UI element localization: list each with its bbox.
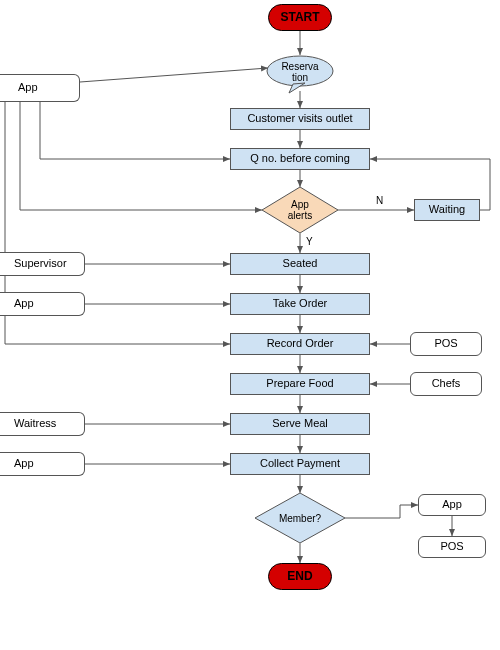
actor-supervisor-label: Supervisor — [14, 257, 67, 270]
actor-app-2: App — [0, 292, 85, 316]
collect-node: Collect Payment — [230, 453, 370, 475]
seated-label: Seated — [283, 257, 318, 270]
actor-waitress: Waitress — [0, 412, 85, 436]
takeorder-node: Take Order — [230, 293, 370, 315]
actor-app-4: App — [418, 494, 486, 516]
recordorder-node: Record Order — [230, 333, 370, 355]
waiting-label: Waiting — [429, 203, 465, 216]
collect-label: Collect Payment — [260, 457, 340, 470]
actor-pos-label: POS — [434, 337, 457, 350]
servemeal-label: Serve Meal — [272, 417, 328, 430]
recordorder-label: Record Order — [267, 337, 334, 350]
start-node: START — [268, 4, 332, 31]
alerts-decision: App alerts — [262, 187, 338, 233]
reservation-label: Reserva tion — [281, 61, 318, 83]
visits-label: Customer visits outlet — [247, 112, 352, 125]
preparefood-label: Prepare Food — [266, 377, 333, 390]
svg-line-13 — [80, 68, 268, 82]
actor-supervisor: Supervisor — [0, 252, 85, 276]
qno-node: Q no. before coming — [230, 148, 370, 170]
actor-app-3-label: App — [14, 457, 34, 470]
servemeal-node: Serve Meal — [230, 413, 370, 435]
actor-app-1-label: App — [18, 81, 38, 94]
seated-node: Seated — [230, 253, 370, 275]
edge-label-yes: Y — [306, 236, 313, 247]
actor-pos-2-label: POS — [440, 540, 463, 553]
preparefood-node: Prepare Food — [230, 373, 370, 395]
actor-waitress-label: Waitress — [14, 417, 56, 430]
actor-chefs-label: Chefs — [432, 377, 461, 390]
qno-label: Q no. before coming — [250, 152, 350, 165]
edge-label-no: N — [376, 195, 383, 206]
member-decision: Member? — [255, 493, 345, 543]
actor-app-4-label: App — [442, 498, 462, 511]
actor-chefs: Chefs — [410, 372, 482, 396]
visits-node: Customer visits outlet — [230, 108, 370, 130]
start-label: START — [280, 10, 319, 24]
alerts-label: App alerts — [281, 199, 319, 221]
end-node: END — [268, 563, 332, 590]
actor-app-2-label: App — [14, 297, 34, 310]
actor-app-3: App — [0, 452, 85, 476]
reservation-node: Reserva tion — [265, 55, 335, 91]
actor-pos: POS — [410, 332, 482, 356]
takeorder-label: Take Order — [273, 297, 327, 310]
actor-app-1: App — [0, 74, 80, 102]
actor-pos-2: POS — [418, 536, 486, 558]
member-label: Member? — [279, 513, 321, 524]
end-label: END — [287, 569, 312, 583]
waiting-node: Waiting — [414, 199, 480, 221]
